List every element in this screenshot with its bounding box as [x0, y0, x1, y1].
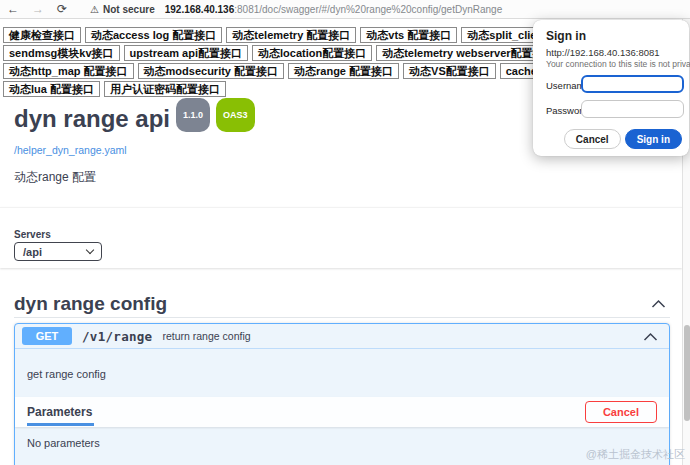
- forward-icon[interactable]: →: [32, 0, 44, 19]
- username-input[interactable]: [581, 75, 684, 93]
- tag-link[interactable]: 动态access log 配置接口: [85, 27, 222, 43]
- tag-link[interactable]: 动态VS配置接口: [403, 63, 496, 79]
- signin-dialog: Sign in http://192.168.40.136:8081 Your …: [533, 20, 689, 156]
- method-badge: GET: [22, 327, 72, 345]
- servers-label: Servers: [14, 229, 51, 240]
- dialog-warning: Your connection to this site is not priv…: [546, 59, 690, 69]
- not-secure-label[interactable]: Not secure: [103, 4, 155, 15]
- dialog-actions: Cancel Sign in: [564, 129, 682, 149]
- url-path: :8081/doc/swagger/#/dyn%20range%20config…: [234, 4, 502, 15]
- chevron-down-icon: [86, 246, 94, 254]
- dialog-cancel-button[interactable]: Cancel: [564, 129, 621, 149]
- tag-link[interactable]: 动态vts 配置接口: [360, 27, 457, 43]
- scrollbar-thumb[interactable]: [684, 325, 690, 421]
- operation-path: /v1/range: [82, 329, 152, 344]
- back-icon[interactable]: ←: [7, 0, 19, 19]
- operation-block: GET /v1/range return range config get ra…: [14, 323, 670, 465]
- section-title[interactable]: dyn range config: [14, 293, 167, 315]
- operation-summary-text: return range config: [162, 330, 250, 342]
- operation-tag-section: dyn range config: [14, 290, 670, 318]
- operation-summary[interactable]: GET /v1/range return range config: [15, 324, 669, 349]
- chevron-up-icon: [643, 329, 658, 344]
- parameters-tab: Parameters: [27, 398, 94, 426]
- server-selected-value: /api: [23, 246, 42, 258]
- tag-link[interactable]: 动态location配置接口: [252, 45, 372, 61]
- dialog-origin: http://192.168.40.136:8081: [546, 47, 660, 58]
- tag-link[interactable]: 动态range 配置接口: [288, 63, 399, 79]
- parameters-header: Parameters Cancel: [15, 397, 669, 427]
- tag-link[interactable]: 健康检查接口: [3, 27, 81, 43]
- scheme-container: Servers /api: [0, 207, 682, 268]
- address-bar[interactable]: 192.168.40.136:8081/doc/swagger/#/dyn%20…: [165, 4, 502, 15]
- api-description: 动态range 配置: [14, 169, 255, 186]
- version-badge: 1.1.0: [176, 98, 210, 132]
- operation-description: get range config: [15, 349, 669, 380]
- api-info: dyn range api1.1.0OAS3 /helper_dyn_range…: [14, 104, 255, 186]
- spec-link[interactable]: /helper_dyn_range.yaml: [14, 144, 255, 156]
- cancel-try-out-button[interactable]: Cancel: [585, 401, 657, 423]
- tag-link[interactable]: 动态lua 配置接口: [3, 81, 100, 97]
- watermark: @稀土掘金技术社区: [586, 447, 685, 462]
- reload-icon[interactable]: ⟳: [57, 0, 67, 19]
- chevron-up-icon: [651, 296, 666, 311]
- screen: ← → ⟳ ⚠ Not secure 192.168.40.136:8081/d…: [0, 0, 690, 465]
- server-select[interactable]: /api: [14, 242, 102, 261]
- no-parameters-text: No parameters: [27, 437, 100, 449]
- tag-link[interactable]: 用户认证密码配置接口: [104, 81, 226, 97]
- password-input[interactable]: [581, 100, 684, 118]
- tag-link[interactable]: 动态telemetry 配置接口: [226, 27, 356, 43]
- not-secure-warning-icon[interactable]: ⚠: [90, 4, 99, 15]
- collapse-section-button[interactable]: [647, 294, 670, 313]
- oas3-badge: OAS3: [216, 98, 255, 132]
- url-host: 192.168.40.136: [165, 4, 235, 15]
- dialog-title: Sign in: [546, 29, 586, 43]
- tag-link[interactable]: upstream api配置接口: [124, 45, 248, 61]
- tag-link[interactable]: sendmsg模块kv接口: [3, 45, 120, 61]
- tag-link[interactable]: 动态modsecurity 配置接口: [138, 63, 284, 79]
- browser-toolbar: ← → ⟳ ⚠ Not secure 192.168.40.136:8081/d…: [0, 0, 690, 19]
- dialog-signin-button[interactable]: Sign in: [625, 129, 682, 149]
- tag-link[interactable]: 动态http_map 配置接口: [3, 63, 134, 79]
- api-title-text: dyn range api: [14, 105, 170, 132]
- collapse-operation-button[interactable]: [639, 327, 662, 346]
- page-title: dyn range api1.1.0OAS3: [14, 104, 255, 141]
